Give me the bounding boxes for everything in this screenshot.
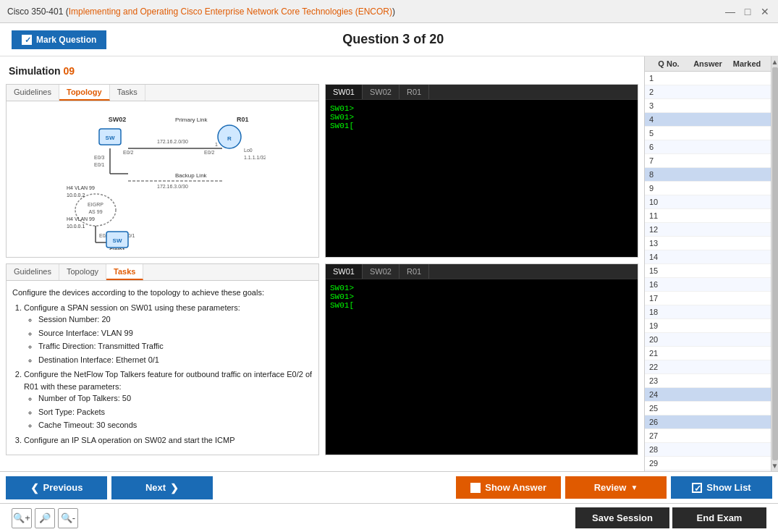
svg-text:EIGRP: EIGRP: [88, 202, 103, 207]
show-list-checkbox-icon: ✓: [692, 483, 702, 493]
sidebar-row[interactable]: 28: [645, 443, 771, 457]
sidebar-row[interactable]: 27: [645, 429, 771, 443]
topology-diagram: SW02 Primary Link R01 172.16.2.0/30 E0: [7, 101, 318, 257]
top-terminal-content[interactable]: SW01> SW01> SW01[: [326, 100, 638, 257]
terminal-tab-sw01-bottom[interactable]: SW01: [326, 264, 363, 279]
maximize-button[interactable]: □: [742, 6, 753, 17]
terminal-tab-sw02-bottom[interactable]: SW02: [363, 264, 399, 279]
sidebar-row[interactable]: 22: [645, 360, 771, 374]
zoom-in-button[interactable]: 🔍+: [12, 508, 32, 528]
sidebar-qnum: 3: [649, 101, 669, 110]
sidebar-row[interactable]: 8: [645, 168, 771, 182]
tab-topology-bottom[interactable]: Topology: [59, 264, 106, 280]
sidebar-row[interactable]: 12: [645, 223, 771, 237]
sidebar-row[interactable]: 5: [645, 127, 771, 140]
end-exam-button[interactable]: End Exam: [672, 507, 766, 528]
sidebar-row[interactable]: 17: [645, 292, 771, 305]
tab-guidelines-top[interactable]: Guidelines: [7, 85, 59, 101]
sidebar-row[interactable]: 7: [645, 154, 771, 168]
sidebar-row[interactable]: 19: [645, 319, 771, 333]
sidebar-row[interactable]: 14: [645, 250, 771, 264]
bottom-terminal-content[interactable]: SW01> SW01> SW01[: [326, 279, 638, 455]
terminal-tab-sw01-top[interactable]: SW01: [326, 85, 363, 99]
zoom-out-button[interactable]: 🔍-: [58, 508, 78, 528]
scroll-up-arrow[interactable]: ▲: [771, 58, 778, 66]
sidebar-row[interactable]: 23: [645, 374, 771, 388]
show-list-button[interactable]: ✓ Show List: [671, 476, 772, 499]
sidebar-question-list[interactable]: 1 2 3 4 5 6 7 8: [645, 72, 771, 471]
zoom-reset-button[interactable]: 🔎: [35, 508, 55, 528]
tab-tasks-top[interactable]: Tasks: [110, 85, 145, 101]
svg-text:172.16.3.0/30: 172.16.3.0/30: [157, 184, 188, 189]
svg-text:SW: SW: [106, 135, 115, 141]
review-button[interactable]: Review ▼: [565, 476, 667, 499]
title-bar: Cisco 350-401 (Implementing and Operatin…: [0, 0, 778, 23]
tools-bar: 🔍+ 🔎 🔍- Save Session End Exam: [0, 503, 778, 532]
sidebar-row[interactable]: 20: [645, 333, 771, 347]
mark-question-button[interactable]: ✓ Mark Question: [12, 30, 106, 49]
minimize-button[interactable]: ―: [724, 6, 736, 17]
sidebar-qnum: 10: [649, 198, 669, 206]
sidebar-row[interactable]: 30: [645, 470, 771, 471]
sidebar-qnum: 28: [649, 445, 669, 454]
next-button[interactable]: Next ❯: [111, 476, 213, 499]
top-right-panel: SW01 SW02 R01 SW01> SW01> SW01[: [325, 84, 638, 258]
task-2: Configure the NetFlow Top Talkers featur…: [24, 368, 313, 431]
simulation-label: Simulation 09: [6, 62, 638, 78]
sidebar-qnum: 7: [649, 156, 669, 165]
sidebar-row[interactable]: 10: [645, 195, 771, 209]
tab-topology-top[interactable]: Topology: [59, 85, 110, 101]
sidebar-qnum: 11: [649, 211, 669, 220]
terminal-line-1: SW01>: [330, 104, 633, 113]
sidebar-row[interactable]: 25: [645, 402, 771, 415]
sidebar-qnum: 15: [649, 266, 669, 275]
task-1-sub: Session Number: 20 Source Interface: VLA…: [24, 313, 313, 366]
top-panel-row: Guidelines Topology Tasks SW02 Primary L…: [6, 84, 638, 258]
svg-text:H4 VLAN 99: H4 VLAN 99: [67, 185, 95, 190]
sidebar-qnum: 9: [649, 184, 669, 193]
sidebar-row[interactable]: 3: [645, 99, 771, 113]
task-3: Configure an IP SLA operation on SW02 an…: [24, 434, 313, 447]
tasks-list: Configure a SPAN session on SW01 using t…: [12, 302, 313, 447]
scroll-down-arrow[interactable]: ▼: [771, 462, 778, 470]
sidebar-row[interactable]: 29: [645, 457, 771, 470]
sidebar-row[interactable]: 13: [645, 237, 771, 250]
task-1-sub-4: Destination Interface: Ethernet 0/1: [38, 354, 313, 366]
task-2-sub-3: Cache Timeout: 30 seconds: [38, 419, 313, 431]
svg-text:Backup Link: Backup Link: [175, 172, 208, 179]
previous-button[interactable]: ❮ Previous: [6, 476, 107, 499]
sidebar-row[interactable]: 26: [645, 415, 771, 429]
sidebar-row[interactable]: 24: [645, 388, 771, 402]
sidebar-row[interactable]: 4: [645, 113, 771, 127]
zoom-in-icon: 🔍+: [13, 512, 30, 523]
sidebar-qnum: 24: [649, 390, 669, 399]
sidebar-row[interactable]: 21: [645, 347, 771, 360]
sidebar-row[interactable]: 11: [645, 209, 771, 223]
sidebar-header: Q No. Answer Marked: [645, 56, 771, 72]
svg-text:SW: SW: [113, 237, 122, 244]
sidebar-row[interactable]: 6: [645, 140, 771, 154]
sidebar-row[interactable]: 16: [645, 278, 771, 292]
sidebar-qnum: 12: [649, 225, 669, 234]
tab-guidelines-bottom[interactable]: Guidelines: [7, 264, 59, 280]
bottom-left-panel: Guidelines Topology Tasks Configure the …: [6, 263, 319, 455]
sidebar-qnum: 16: [649, 280, 669, 289]
show-answer-button[interactable]: Show Answer: [456, 476, 561, 499]
navigation-bar: ❮ Previous Next ❯ Show Answer Review ▼ ✓…: [0, 471, 778, 503]
close-button[interactable]: ✕: [759, 6, 771, 17]
terminal-tab-sw02-top[interactable]: SW02: [363, 85, 399, 99]
task-1-sub-2: Source Interface: VLAN 99: [38, 327, 313, 339]
save-session-button[interactable]: Save Session: [575, 507, 669, 528]
sidebar-row[interactable]: 2: [645, 85, 771, 99]
bottom-right-panel: SW01 SW02 R01 SW01> SW01> SW01[: [325, 263, 638, 455]
sidebar-row[interactable]: 15: [645, 264, 771, 278]
sidebar-row[interactable]: 9: [645, 182, 771, 195]
tab-tasks-bottom[interactable]: Tasks: [106, 264, 143, 280]
sidebar-row[interactable]: 1: [645, 72, 771, 85]
svg-text:R: R: [227, 135, 232, 142]
sidebar-qnum: 19: [649, 321, 669, 330]
tasks-content: Configure the devices according to the t…: [7, 281, 318, 455]
terminal-tab-r01-bottom[interactable]: R01: [399, 264, 429, 279]
sidebar-row[interactable]: 18: [645, 305, 771, 319]
terminal-tab-r01-top[interactable]: R01: [399, 85, 429, 99]
